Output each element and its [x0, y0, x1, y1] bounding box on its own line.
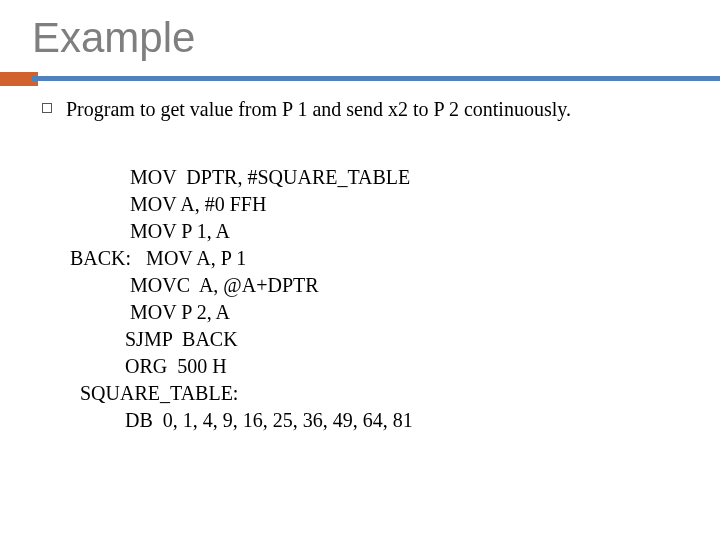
accent-line: [32, 76, 720, 81]
bullet-text: Program to get value from P 1 and send x…: [66, 96, 571, 123]
code-block: MOV DPTR, #SQUARE_TABLE MOV A, #0 FFH MO…: [42, 137, 688, 461]
bullet-box-icon: [42, 103, 52, 113]
slide: Example Program to get value from P 1 an…: [0, 0, 720, 540]
code-line: MOV DPTR, #SQUARE_TABLE: [70, 166, 410, 188]
accent-bar: [32, 72, 688, 78]
code-line: ORG 500 H: [70, 355, 227, 377]
bullet-row: Program to get value from P 1 and send x…: [42, 96, 688, 123]
code-line: MOVC A, @A+DPTR: [70, 274, 319, 296]
code-line: SQUARE_TABLE:: [70, 382, 238, 404]
code-line: MOV P 2, A: [70, 301, 230, 323]
code-line: MOV P 1, A: [70, 220, 230, 242]
code-line: DB 0, 1, 4, 9, 16, 25, 36, 49, 64, 81: [70, 409, 413, 431]
slide-title: Example: [32, 14, 688, 62]
content-area: Program to get value from P 1 and send x…: [32, 96, 688, 461]
code-line: MOV A, #0 FFH: [70, 193, 266, 215]
code-line: SJMP BACK: [70, 328, 238, 350]
code-line: BACK: MOV A, P 1: [70, 247, 246, 269]
